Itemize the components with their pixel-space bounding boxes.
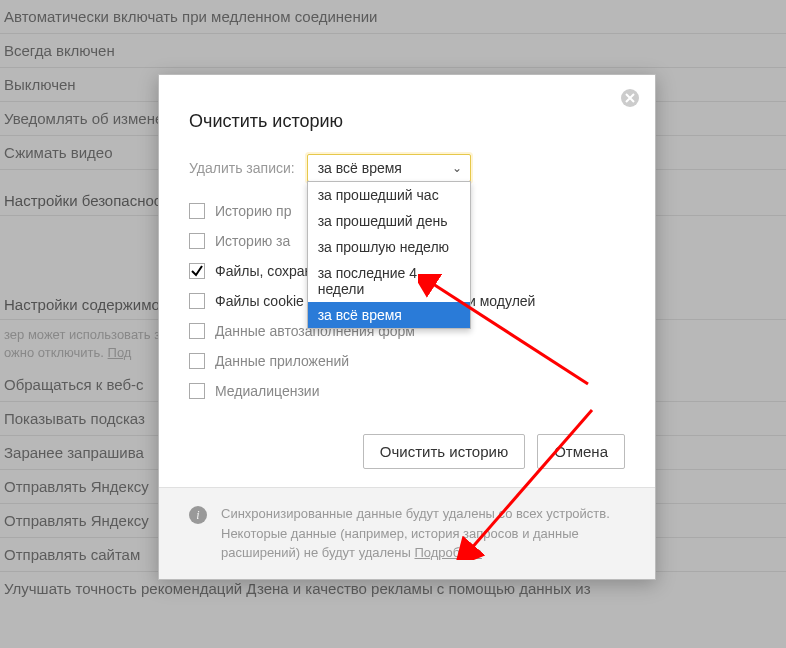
dropdown-option[interactable]: за последние 4 недели bbox=[308, 260, 470, 302]
time-range-dropdown: за прошедший час за прошедший день за пр… bbox=[307, 181, 471, 329]
checkbox-row[interactable]: Медиалицензии bbox=[189, 376, 625, 406]
checkbox-row[interactable]: Данные приложений bbox=[189, 346, 625, 376]
delete-range-label: Удалить записи: bbox=[189, 160, 295, 176]
checkbox-icon bbox=[189, 263, 205, 279]
checkbox-label: Данные приложений bbox=[215, 353, 349, 369]
chevron-down-icon: ⌄ bbox=[452, 161, 462, 175]
time-range-value: за всё время bbox=[318, 160, 402, 176]
checkbox-icon bbox=[189, 233, 205, 249]
dialog-title: Очистить историю bbox=[189, 111, 625, 132]
dropdown-option[interactable]: за прошлую неделю bbox=[308, 234, 470, 260]
checkbox-icon bbox=[189, 323, 205, 339]
cancel-button[interactable]: Отмена bbox=[537, 434, 625, 469]
checkbox-label: Историю за bbox=[215, 233, 290, 249]
dropdown-option[interactable]: за прошедший день bbox=[308, 208, 470, 234]
dropdown-option[interactable]: за всё время bbox=[308, 302, 470, 328]
time-range-select[interactable]: за всё время ⌄ bbox=[307, 154, 471, 182]
checkbox-icon bbox=[189, 293, 205, 309]
checkbox-icon bbox=[189, 353, 205, 369]
footer-text: Синхронизированные данные будут удалены … bbox=[221, 504, 625, 563]
close-icon[interactable] bbox=[620, 88, 640, 108]
dropdown-option[interactable]: за прошедший час bbox=[308, 182, 470, 208]
checkbox-label: Историю пр bbox=[215, 203, 291, 219]
checkbox-icon bbox=[189, 383, 205, 399]
footer-learn-more-link[interactable]: Подробнее bbox=[415, 545, 482, 560]
dialog-footer: i Синхронизированные данные будут удален… bbox=[159, 487, 655, 579]
checkbox-label: Медиалицензии bbox=[215, 383, 320, 399]
checkbox-icon bbox=[189, 203, 205, 219]
clear-history-button[interactable]: Очистить историю bbox=[363, 434, 525, 469]
clear-history-dialog: Очистить историю Удалить записи: за всё … bbox=[158, 74, 656, 580]
info-icon: i bbox=[189, 506, 207, 524]
